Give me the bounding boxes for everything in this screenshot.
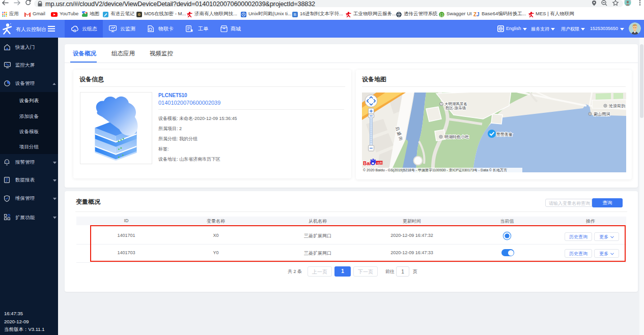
svg-text:© 2020 Baidu - GS(2019)5218号 -: © 2020 Baidu - GS(2019)5218号 - 甲测资字11009… (363, 168, 507, 172)
svg-text:蒙山雨润: 蒙山雨润 (594, 112, 610, 116)
svg-text:Bai: Bai (363, 161, 371, 166)
svg-text:胜区-游乐场: 胜区-游乐场 (445, 106, 466, 110)
svg-text:J: J (477, 12, 480, 17)
svg-text:B: B (294, 12, 296, 17)
svg-text:地图: 地图 (377, 162, 383, 165)
svg-text:沧浪荷韵: 沧浪荷韵 (608, 104, 625, 108)
svg-text:{;}: {;} (440, 12, 444, 17)
svg-text:明湖特色小吃: 明湖特色小吃 (444, 135, 469, 139)
svg-text:赞赞美食: 赞赞美食 (496, 132, 513, 137)
